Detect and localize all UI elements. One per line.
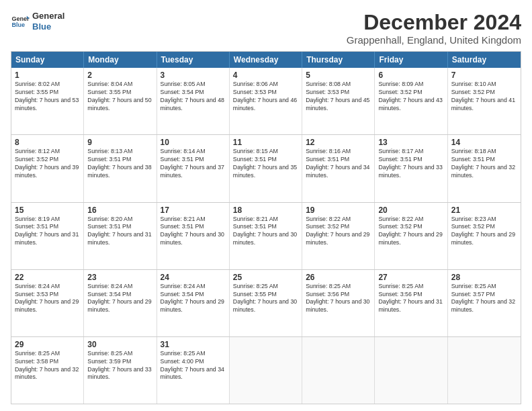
calendar-cell: 24Sunrise: 8:24 AMSunset: 3:54 PMDayligh… <box>157 270 230 336</box>
calendar-cell: 15Sunrise: 8:19 AMSunset: 3:51 PMDayligh… <box>11 203 84 269</box>
calendar-cell: 6Sunrise: 8:09 AMSunset: 3:52 PMDaylight… <box>375 68 447 134</box>
day-info: Sunrise: 8:24 AMSunset: 3:54 PMDaylight:… <box>87 283 152 315</box>
day-info: Sunrise: 8:25 AMSunset: 3:59 PMDaylight:… <box>87 350 152 382</box>
day-number: 21 <box>451 205 517 215</box>
calendar-cell <box>448 337 521 404</box>
day-info: Sunrise: 8:06 AMSunset: 3:53 PMDaylight:… <box>233 81 298 113</box>
day-info: Sunrise: 8:14 AMSunset: 3:51 PMDaylight:… <box>161 148 226 180</box>
day-info: Sunrise: 8:25 AMSunset: 3:55 PMDaylight:… <box>233 283 298 315</box>
day-number: 2 <box>87 71 152 80</box>
calendar-header-saturday: Saturday <box>448 52 521 68</box>
day-info: Sunrise: 8:13 AMSunset: 3:51 PMDaylight:… <box>87 148 152 180</box>
page: General Blue General Blue December 2024 … <box>0 0 532 411</box>
day-info: Sunrise: 8:19 AMSunset: 3:51 PMDaylight:… <box>15 216 80 248</box>
calendar-cell <box>375 337 447 404</box>
day-info: Sunrise: 8:20 AMSunset: 3:51 PMDaylight:… <box>87 216 152 248</box>
calendar-cell: 22Sunrise: 8:24 AMSunset: 3:53 PMDayligh… <box>11 270 84 336</box>
day-info: Sunrise: 8:17 AMSunset: 3:51 PMDaylight:… <box>378 148 443 180</box>
day-number: 5 <box>306 71 371 80</box>
calendar-cell: 1Sunrise: 8:02 AMSunset: 3:55 PMDaylight… <box>11 68 84 134</box>
day-info: Sunrise: 8:24 AMSunset: 3:53 PMDaylight:… <box>15 283 80 315</box>
day-number: 1 <box>15 71 80 80</box>
calendar-cell: 10Sunrise: 8:14 AMSunset: 3:51 PMDayligh… <box>157 135 230 201</box>
calendar-header-monday: Monday <box>84 52 157 68</box>
calendar-header-thursday: Thursday <box>302 52 375 68</box>
calendar-week-1: 1Sunrise: 8:02 AMSunset: 3:55 PMDaylight… <box>11 68 521 134</box>
day-info: Sunrise: 8:25 AMSunset: 3:56 PMDaylight:… <box>378 283 443 315</box>
calendar-header: SundayMondayTuesdayWednesdayThursdayFrid… <box>11 52 521 68</box>
day-number: 23 <box>87 273 152 282</box>
calendar-cell <box>302 337 375 404</box>
calendar-header-friday: Friday <box>375 52 447 68</box>
day-number: 18 <box>233 205 298 215</box>
calendar-cell: 4Sunrise: 8:06 AMSunset: 3:53 PMDaylight… <box>230 68 302 134</box>
calendar-cell: 18Sunrise: 8:21 AMSunset: 3:51 PMDayligh… <box>230 203 302 269</box>
calendar-cell: 21Sunrise: 8:23 AMSunset: 3:52 PMDayligh… <box>448 203 521 269</box>
day-number: 9 <box>87 138 152 147</box>
logo-icon: General Blue <box>11 12 30 31</box>
day-info: Sunrise: 8:25 AMSunset: 3:58 PMDaylight:… <box>15 350 80 382</box>
day-number: 31 <box>161 340 226 349</box>
day-info: Sunrise: 8:10 AMSunset: 3:52 PMDaylight:… <box>451 81 517 113</box>
calendar-cell: 31Sunrise: 8:25 AMSunset: 4:00 PMDayligh… <box>157 337 230 404</box>
day-info: Sunrise: 8:25 AMSunset: 3:57 PMDaylight:… <box>451 283 517 315</box>
calendar-cell: 12Sunrise: 8:16 AMSunset: 3:51 PMDayligh… <box>302 135 375 201</box>
calendar-cell: 26Sunrise: 8:25 AMSunset: 3:56 PMDayligh… <box>302 270 375 336</box>
calendar-cell: 17Sunrise: 8:21 AMSunset: 3:51 PMDayligh… <box>157 203 230 269</box>
calendar-header-tuesday: Tuesday <box>157 52 230 68</box>
calendar-cell: 23Sunrise: 8:24 AMSunset: 3:54 PMDayligh… <box>84 270 157 336</box>
day-info: Sunrise: 8:21 AMSunset: 3:51 PMDaylight:… <box>233 216 298 248</box>
calendar-cell: 20Sunrise: 8:22 AMSunset: 3:52 PMDayligh… <box>375 203 447 269</box>
calendar-header-sunday: Sunday <box>11 52 84 68</box>
calendar-cell: 28Sunrise: 8:25 AMSunset: 3:57 PMDayligh… <box>448 270 521 336</box>
svg-text:Blue: Blue <box>11 21 25 28</box>
calendar-cell: 14Sunrise: 8:18 AMSunset: 3:51 PMDayligh… <box>448 135 521 201</box>
day-number: 27 <box>378 273 443 282</box>
logo-general: General <box>32 11 64 21</box>
calendar-cell: 29Sunrise: 8:25 AMSunset: 3:58 PMDayligh… <box>11 337 84 404</box>
day-number: 16 <box>87 205 152 215</box>
day-number: 12 <box>306 138 371 147</box>
calendar-week-4: 22Sunrise: 8:24 AMSunset: 3:53 PMDayligh… <box>11 269 521 336</box>
calendar-cell <box>230 337 302 404</box>
day-number: 30 <box>87 340 152 349</box>
day-number: 13 <box>378 138 443 147</box>
day-number: 22 <box>15 273 80 282</box>
calendar-cell: 19Sunrise: 8:22 AMSunset: 3:52 PMDayligh… <box>302 203 375 269</box>
calendar-cell: 2Sunrise: 8:04 AMSunset: 3:55 PMDaylight… <box>84 68 157 134</box>
day-number: 3 <box>161 71 226 80</box>
calendar-cell: 11Sunrise: 8:15 AMSunset: 3:51 PMDayligh… <box>230 135 302 201</box>
day-info: Sunrise: 8:02 AMSunset: 3:55 PMDaylight:… <box>15 81 80 113</box>
day-info: Sunrise: 8:23 AMSunset: 3:52 PMDaylight:… <box>451 216 517 248</box>
day-info: Sunrise: 8:25 AMSunset: 3:56 PMDaylight:… <box>306 283 371 315</box>
calendar-cell: 27Sunrise: 8:25 AMSunset: 3:56 PMDayligh… <box>375 270 447 336</box>
day-number: 29 <box>15 340 80 349</box>
day-number: 4 <box>233 71 298 80</box>
day-number: 7 <box>451 71 517 80</box>
calendar-cell: 13Sunrise: 8:17 AMSunset: 3:51 PMDayligh… <box>375 135 447 201</box>
day-number: 17 <box>161 205 226 215</box>
day-info: Sunrise: 8:09 AMSunset: 3:52 PMDaylight:… <box>378 81 443 113</box>
day-number: 14 <box>451 138 517 147</box>
calendar-cell: 25Sunrise: 8:25 AMSunset: 3:55 PMDayligh… <box>230 270 302 336</box>
day-info: Sunrise: 8:22 AMSunset: 3:52 PMDaylight:… <box>306 216 371 248</box>
day-info: Sunrise: 8:12 AMSunset: 3:52 PMDaylight:… <box>15 148 80 180</box>
calendar-cell: 9Sunrise: 8:13 AMSunset: 3:51 PMDaylight… <box>84 135 157 201</box>
day-info: Sunrise: 8:08 AMSunset: 3:53 PMDaylight:… <box>306 81 371 113</box>
logo: General Blue General Blue <box>11 11 64 32</box>
day-number: 11 <box>233 138 298 147</box>
logo-blue: Blue <box>32 21 64 32</box>
calendar-cell: 7Sunrise: 8:10 AMSunset: 3:52 PMDaylight… <box>448 68 521 134</box>
calendar-cell: 16Sunrise: 8:20 AMSunset: 3:51 PMDayligh… <box>84 203 157 269</box>
day-number: 19 <box>306 205 371 215</box>
day-number: 28 <box>451 273 517 282</box>
title-block: December 2024 Grappenhall, England, Unit… <box>347 11 521 46</box>
calendar-header-wednesday: Wednesday <box>230 52 302 68</box>
day-info: Sunrise: 8:25 AMSunset: 4:00 PMDaylight:… <box>161 350 226 382</box>
day-info: Sunrise: 8:15 AMSunset: 3:51 PMDaylight:… <box>233 148 298 180</box>
day-info: Sunrise: 8:21 AMSunset: 3:51 PMDaylight:… <box>161 216 226 248</box>
day-number: 20 <box>378 205 443 215</box>
day-number: 8 <box>15 138 80 147</box>
calendar-cell: 8Sunrise: 8:12 AMSunset: 3:52 PMDaylight… <box>11 135 84 201</box>
day-info: Sunrise: 8:04 AMSunset: 3:55 PMDaylight:… <box>87 81 152 113</box>
